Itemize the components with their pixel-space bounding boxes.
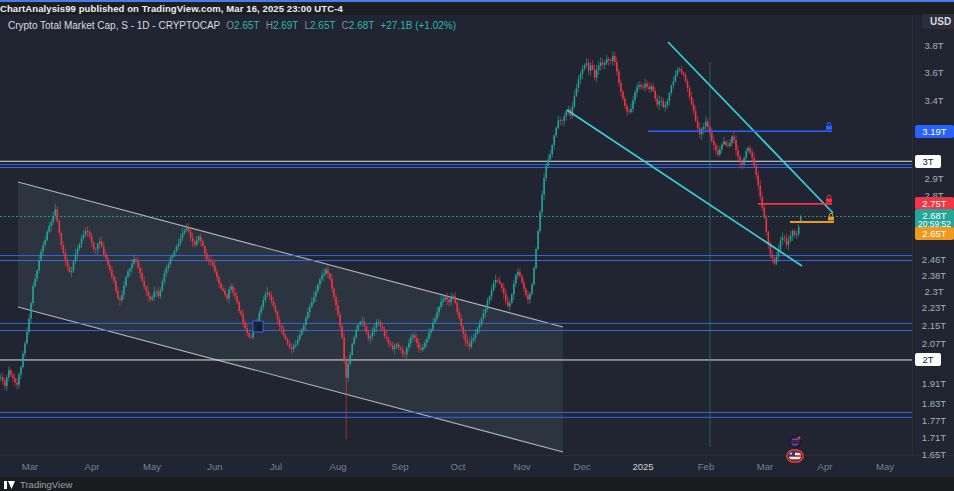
price-axis-badge: 2.65T — [915, 227, 954, 240]
close-label: C — [342, 20, 349, 31]
time-axis[interactable]: MarAprMayJunJulAugSepOctNovDec2025FebMar… — [0, 455, 954, 477]
time-axis-label: Oct — [451, 461, 466, 472]
chart-canvas[interactable] — [0, 15, 912, 455]
lock-icon — [826, 122, 832, 129]
price-axis-label: 3.6T — [913, 67, 954, 78]
price-axis-label: 1.83T — [913, 398, 954, 409]
price-axis-label: 1.91T — [913, 378, 954, 389]
time-axis-label: Nov — [514, 461, 531, 472]
badge-price: 3T — [922, 156, 933, 167]
price-axis-badge: 3.19T — [915, 125, 954, 138]
price-axis-label: 1.71T — [913, 432, 954, 443]
publish-bar: ChartAnalysis99 published on TradingView… — [0, 2, 954, 15]
low-value: 2.65T — [310, 20, 336, 31]
price-axis-badge: 3T — [915, 155, 941, 168]
price-axis-label: 2.15T — [913, 320, 954, 331]
cyan-trendline-upper[interactable] — [668, 42, 833, 213]
bottom-bar: TradingView — [0, 477, 954, 491]
badge-price: 2.65T — [922, 228, 946, 239]
price-axis-label: 2.46T — [913, 254, 954, 265]
price-axis-label: 1.77T — [913, 415, 954, 426]
cyan-trendline-long[interactable] — [567, 110, 802, 266]
price-axis-label: 2.07T — [913, 338, 954, 349]
chart-area[interactable]: Crypto Total Market Cap, S - 1D - CRYPTO… — [0, 15, 912, 455]
us-flag-emoji-mark[interactable] — [786, 449, 804, 467]
currency-toggle[interactable]: USD — [922, 14, 954, 29]
high-value: 2.69T — [273, 20, 299, 31]
price-axis-label: 2.23T — [913, 302, 954, 313]
price-axis-label: 2.3T — [913, 286, 954, 297]
tradingview-logo-text[interactable]: TradingView — [20, 479, 72, 490]
change-value: +27.1B (+1.02%) — [380, 20, 456, 31]
time-axis-label: Aug — [330, 461, 347, 472]
time-axis-label: Jun — [207, 461, 222, 472]
badge-price: 3.19T — [922, 126, 946, 137]
time-axis-label: Mar — [757, 461, 773, 472]
tradingview-published-chart: ChartAnalysis99 published on TradingView… — [0, 0, 954, 491]
time-axis-label: Dec — [574, 461, 591, 472]
price-axis-label: 2.9T — [913, 173, 954, 184]
price-axis-label: 2.38T — [913, 270, 954, 281]
us-flag-icon — [786, 449, 804, 463]
price-axis-label: 3.4T — [913, 95, 954, 106]
badge-price: 2T — [922, 354, 933, 365]
time-axis-label: Jul — [270, 461, 282, 472]
price-axis-label: 1.65T — [913, 449, 954, 460]
close-value: 2.68T — [349, 20, 375, 31]
symbol-header: Crypto Total Market Cap, S - 1D - CRYPTO… — [8, 20, 456, 31]
symbol-title[interactable]: Crypto Total Market Cap, S - 1D - CRYPTO… — [8, 20, 220, 31]
high-label: H — [266, 20, 273, 31]
time-axis-label: May — [143, 461, 161, 472]
time-axis-label: Sep — [392, 461, 409, 472]
lock-icon — [826, 195, 832, 202]
open-value: 2.65T — [234, 20, 260, 31]
drawing-handle[interactable] — [253, 321, 263, 332]
time-axis-label: Apr — [85, 461, 100, 472]
time-axis-label: Apr — [818, 461, 833, 472]
open-label: O — [226, 20, 234, 31]
price-axis-badge: 2T — [915, 353, 941, 366]
time-axis-label: Mar — [22, 461, 38, 472]
time-axis-year-label: 2025 — [632, 461, 653, 472]
publish-text: ChartAnalysis99 published on TradingView… — [0, 3, 343, 14]
time-axis-label: May — [876, 461, 894, 472]
time-axis-label: Feb — [698, 461, 714, 472]
tradingview-logo-icon[interactable] — [3, 479, 17, 490]
purple-disc-icon — [788, 434, 803, 449]
price-axis-label: 3.8T — [913, 40, 954, 51]
price-axis[interactable]: 3.8T3.6T3.4T2.9T2.8T2.46T2.38T2.3T2.23T2… — [912, 15, 954, 455]
